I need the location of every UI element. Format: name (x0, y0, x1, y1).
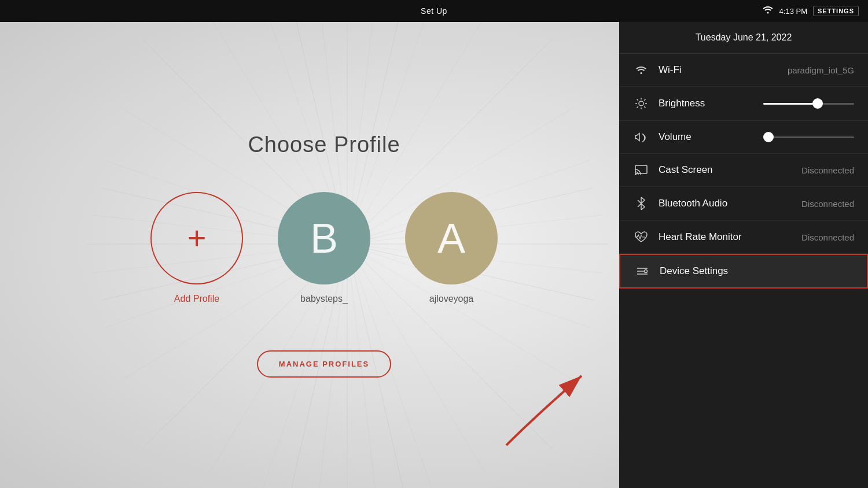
heart-rate-label: Heart Rate Monitor (659, 231, 792, 243)
cast-screen-icon (633, 165, 649, 175)
ajloveyoga-circle[interactable]: A (405, 192, 498, 284)
add-icon: + (187, 222, 207, 254)
top-bar: Set Up 4:13 PM SETTINGS (0, 0, 868, 22)
heart-rate-icon (633, 231, 649, 243)
bluetooth-label: Bluetooth Audio (659, 198, 792, 209)
cast-screen-row[interactable]: Cast Screen Disconnected (619, 154, 868, 187)
profile-ajloveyoga[interactable]: A ajloveyoga (405, 192, 498, 304)
add-profile-item[interactable]: + Add Profile (150, 192, 243, 304)
bluetooth-icon (633, 197, 649, 210)
volume-thumb (763, 132, 774, 142)
wifi-label: Wi-Fi (659, 64, 778, 76)
brightness-label: Brightness (659, 98, 749, 109)
ajloveyoga-label: ajloveyoga (429, 294, 474, 304)
brightness-icon (633, 97, 649, 110)
device-settings-icon (634, 266, 650, 276)
page-title: Choose Profile (248, 132, 400, 157)
add-profile-circle[interactable]: + (150, 192, 243, 284)
svg-line-50 (637, 99, 638, 101)
wifi-row[interactable]: Wi-Fi paradigm_iot_5G (619, 54, 868, 87)
svg-line-52 (644, 99, 645, 101)
main-content: Choose Profile + Add Profile B babysteps… (0, 22, 648, 488)
bluetooth-audio-row[interactable]: Bluetooth Audio Disconnected (619, 187, 868, 221)
heart-rate-row[interactable]: Heart Rate Monitor Disconnected (619, 221, 868, 254)
brightness-thumb (812, 98, 823, 109)
cast-screen-value: Disconnected (801, 165, 854, 175)
wifi-value: paradigm_iot_5G (788, 65, 854, 75)
svg-point-45 (639, 101, 643, 106)
svg-point-59 (645, 270, 648, 273)
babysteps-letter: B (310, 215, 338, 262)
brightness-row[interactable]: Brightness (619, 87, 868, 121)
volume-slider[interactable] (763, 136, 854, 138)
volume-label: Volume (659, 131, 749, 143)
ajloveyoga-letter: A (437, 215, 465, 262)
cast-screen-label: Cast Screen (659, 164, 792, 176)
svg-line-53 (637, 106, 638, 108)
manage-profiles-button[interactable]: MANAGE PROFILES (257, 350, 391, 378)
svg-line-51 (644, 106, 645, 108)
heart-rate-value: Disconnected (801, 232, 854, 242)
add-profile-label: Add Profile (174, 294, 219, 304)
device-settings-row[interactable]: Device Settings (619, 254, 868, 289)
volume-row[interactable]: Volume (619, 121, 868, 154)
device-settings-label: Device Settings (660, 265, 853, 277)
settings-button[interactable]: SETTINGS (813, 6, 859, 16)
profile-babysteps[interactable]: B babysteps_ (278, 192, 370, 304)
brightness-fill (763, 103, 818, 105)
babysteps-label: babysteps_ (300, 294, 348, 304)
clock: 4:13 PM (779, 7, 807, 16)
top-bar-right: 4:13 PM SETTINGS (762, 6, 859, 16)
settings-panel: Tuesday June 21, 2022 Wi-Fi paradigm_iot… (619, 22, 868, 488)
panel-date: Tuesday June 21, 2022 (619, 22, 868, 54)
bluetooth-value: Disconnected (801, 199, 854, 209)
wifi-status-icon (762, 6, 774, 16)
volume-icon (633, 132, 649, 142)
app-title: Set Up (421, 6, 447, 16)
profiles-row: + Add Profile B babysteps_ A ajloveyoga (150, 192, 498, 304)
brightness-slider[interactable] (763, 103, 854, 105)
svg-point-55 (635, 173, 637, 175)
wifi-icon (633, 65, 649, 75)
babysteps-circle[interactable]: B (278, 192, 370, 284)
